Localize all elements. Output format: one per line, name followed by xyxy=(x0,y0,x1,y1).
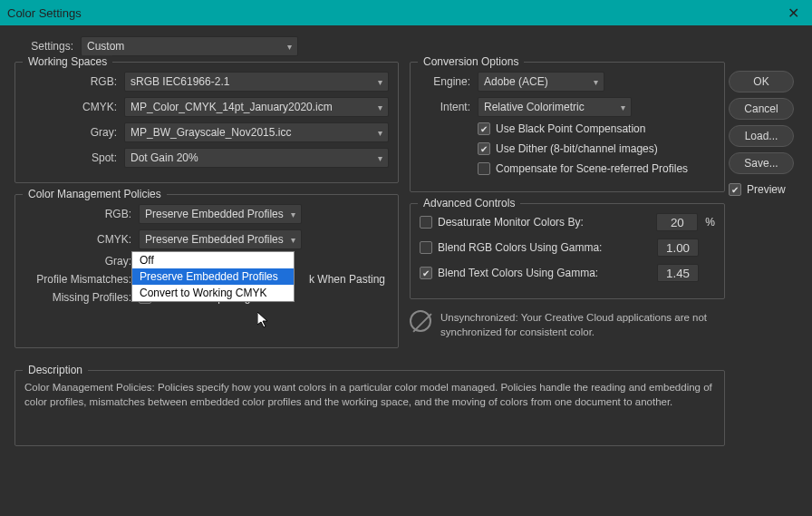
pol-rgb-label: RGB: xyxy=(24,208,131,220)
blend-text-label: Blend Text Colors Using Gamma: xyxy=(438,267,657,279)
working-spaces-legend: Working Spaces xyxy=(23,55,112,68)
desat-checkbox[interactable] xyxy=(420,216,432,229)
desat-input[interactable] xyxy=(656,213,698,231)
close-icon[interactable]: ✕ xyxy=(782,5,805,22)
ok-button[interactable]: OK xyxy=(729,71,794,92)
blend-rgb-input[interactable] xyxy=(657,239,699,257)
ws-gray-label: Gray: xyxy=(24,126,117,139)
ws-cmyk-select[interactable]: MP_Color_CMYK_14pt_January2020.icm▾ xyxy=(124,97,389,117)
description-legend: Description xyxy=(23,364,88,376)
bpc-checkbox[interactable]: ✔ xyxy=(478,122,490,135)
load-button[interactable]: Load... xyxy=(729,125,794,147)
chevron-down-icon: ▾ xyxy=(621,102,625,112)
window-title: Color Settings xyxy=(7,6,82,20)
pol-rgb-select[interactable]: Preserve Embedded Profiles▾ xyxy=(139,204,302,224)
chevron-down-icon: ▾ xyxy=(291,235,295,245)
blend-text-input[interactable] xyxy=(657,264,699,282)
chevron-down-icon: ▾ xyxy=(378,128,382,138)
dropdown-option-off[interactable]: Off xyxy=(132,252,294,268)
ws-rgb-select[interactable]: sRGB IEC61966-2.1▾ xyxy=(124,72,389,92)
compensate-checkbox[interactable] xyxy=(478,162,490,175)
dither-label: Use Dither (8-bit/channel images) xyxy=(496,142,658,155)
unsync-icon xyxy=(410,310,431,332)
sync-text: Unsynchronized: Your Creative Cloud appl… xyxy=(440,310,725,339)
engine-select[interactable]: Adobe (ACE)▾ xyxy=(478,72,604,92)
blend-rgb-checkbox[interactable] xyxy=(420,241,432,254)
pol-cmyk-select[interactable]: Preserve Embedded Profiles▾ xyxy=(139,229,302,249)
titlebar: Color Settings ✕ xyxy=(0,0,812,25)
pol-missing-label: Missing Profiles: xyxy=(24,291,131,304)
blend-text-checkbox[interactable]: ✔ xyxy=(420,267,432,279)
dropdown-option-preserve[interactable]: Preserve Embedded Profiles xyxy=(132,268,294,285)
intent-select[interactable]: Relative Colorimetric▾ xyxy=(478,97,632,117)
pol-gray-label: Gray: xyxy=(24,255,131,268)
percent-label: % xyxy=(705,216,715,229)
ws-spot-label: Spot: xyxy=(24,151,117,164)
compensate-label: Compensate for Scene-referred Profiles xyxy=(496,162,688,175)
settings-label: Settings: xyxy=(14,40,73,53)
sync-status: Unsynchronized: Your Creative Cloud appl… xyxy=(410,310,725,339)
settings-select[interactable]: Custom▾ xyxy=(81,36,298,56)
desat-label: Desaturate Monitor Colors By: xyxy=(438,216,656,229)
bpc-label: Use Black Point Compensation xyxy=(496,122,645,135)
chevron-down-icon: ▾ xyxy=(594,77,598,87)
chevron-down-icon: ▾ xyxy=(287,42,292,52)
chevron-down-icon: ▾ xyxy=(291,209,295,219)
pol-cmyk-label: CMYK: xyxy=(24,233,131,246)
description-text: Color Management Policies: Policies spec… xyxy=(24,380,715,436)
dropdown-option-convert[interactable]: Convert to Working CMYK xyxy=(132,285,294,301)
dither-checkbox[interactable]: ✔ xyxy=(478,142,490,155)
working-spaces-group: Working Spaces RGB:sRGB IEC61966-2.1▾ CM… xyxy=(14,62,399,183)
ws-cmyk-label: CMYK: xyxy=(24,101,117,113)
advanced-group: Advanced Controls Desaturate Monitor Col… xyxy=(410,203,725,299)
preview-label: Preview xyxy=(747,183,786,196)
pol-mismatch-label: Profile Mismatches: xyxy=(24,273,131,286)
mismatch-paste-text: k When Pasting xyxy=(309,273,385,286)
advanced-legend: Advanced Controls xyxy=(418,197,520,209)
chevron-down-icon: ▾ xyxy=(378,77,382,87)
chevron-down-icon: ▾ xyxy=(378,102,382,112)
save-button[interactable]: Save... xyxy=(729,152,794,174)
policies-legend: Color Management Policies xyxy=(23,188,167,200)
conversion-group: Conversion Options Engine:Adobe (ACE)▾ I… xyxy=(410,62,725,192)
ws-gray-select[interactable]: MP_BW_Grayscale_Nov2015.icc▾ xyxy=(124,122,389,142)
blend-rgb-label: Blend RGB Colors Using Gamma: xyxy=(438,241,657,254)
policies-group: Color Management Policies RGB:Preserve E… xyxy=(14,194,399,348)
ws-rgb-label: RGB: xyxy=(24,75,117,88)
chevron-down-icon: ▾ xyxy=(378,153,382,163)
intent-label: Intent: xyxy=(420,101,470,113)
cmyk-policy-dropdown[interactable]: Off Preserve Embedded Profiles Convert t… xyxy=(131,251,295,302)
ws-spot-select[interactable]: Dot Gain 20%▾ xyxy=(124,148,389,168)
conversion-legend: Conversion Options xyxy=(418,55,524,68)
engine-label: Engine: xyxy=(420,75,470,88)
cancel-button[interactable]: Cancel xyxy=(729,98,794,120)
description-group: Description Color Management Policies: P… xyxy=(14,370,725,446)
preview-checkbox[interactable]: ✔ xyxy=(729,183,741,196)
